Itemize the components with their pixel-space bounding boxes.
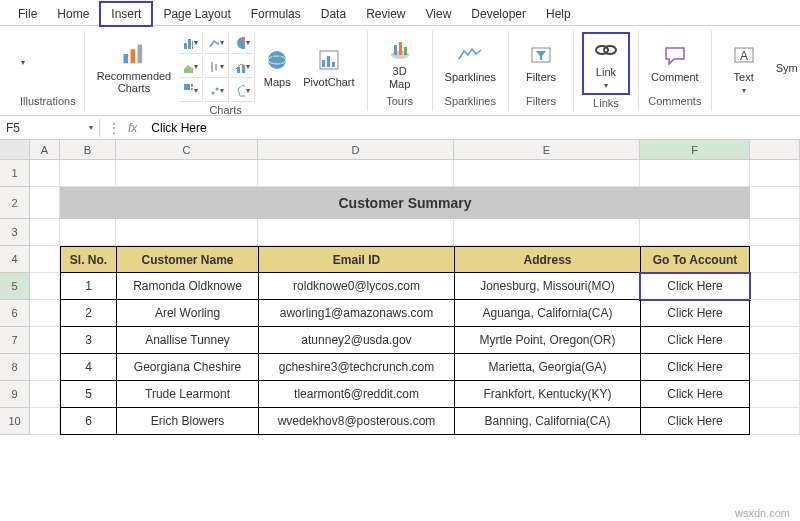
- hdr-email[interactable]: Email ID: [258, 246, 454, 273]
- svg-rect-5: [192, 41, 193, 49]
- row-1[interactable]: 1: [0, 160, 30, 187]
- tab-file[interactable]: File: [8, 3, 47, 25]
- group-filters: Filters Filters: [509, 30, 574, 111]
- comment-icon: [661, 41, 689, 69]
- chart-area-icon[interactable]: ▾: [179, 56, 203, 78]
- chart-combo-icon[interactable]: ▾: [231, 56, 255, 78]
- row-10[interactable]: 10: [0, 408, 30, 435]
- row-6[interactable]: 6: [0, 300, 30, 327]
- pivotchart-button[interactable]: PivotChart: [299, 44, 358, 90]
- table-cell[interactable]: Click Here: [640, 381, 750, 408]
- symbols-button[interactable]: Sym: [772, 60, 800, 76]
- table-cell[interactable]: Jonesburg, Missouri(MO): [454, 273, 640, 300]
- hdr-sl[interactable]: Sl. No.: [60, 246, 116, 273]
- sparklines-button[interactable]: Sparklines: [441, 39, 500, 85]
- table-cell[interactable]: Georgiana Cheshire: [116, 354, 258, 381]
- chart-scatter-icon[interactable]: ▾: [205, 80, 229, 102]
- group-comments: Comment Comments: [639, 30, 712, 111]
- tab-insert[interactable]: Insert: [99, 1, 153, 27]
- svg-rect-3: [184, 43, 187, 49]
- row-9[interactable]: 9: [0, 381, 30, 408]
- svg-rect-14: [191, 84, 193, 87]
- col-D[interactable]: D: [258, 140, 454, 159]
- tab-pagelayout[interactable]: Page Layout: [153, 3, 240, 25]
- row-4[interactable]: 4: [0, 246, 30, 273]
- table-cell[interactable]: Click Here: [640, 408, 750, 435]
- chart-stock-icon[interactable]: ▾: [205, 56, 229, 78]
- table-cell[interactable]: Banning, California(CA): [454, 408, 640, 435]
- col-E[interactable]: E: [454, 140, 640, 159]
- pivotchart-icon: [315, 46, 343, 74]
- table-cell[interactable]: 4: [60, 354, 116, 381]
- col-B[interactable]: B: [60, 140, 116, 159]
- table-cell[interactable]: 5: [60, 381, 116, 408]
- link-icon: [592, 36, 620, 64]
- sym-label: Sym: [776, 62, 798, 74]
- col-A[interactable]: A: [30, 140, 60, 159]
- tab-view[interactable]: View: [416, 3, 462, 25]
- illustrations-dropdown-icon[interactable]: ▾: [21, 58, 25, 67]
- watermark: wsxdn.com: [735, 507, 790, 519]
- col-C[interactable]: C: [116, 140, 258, 159]
- tab-home[interactable]: Home: [47, 3, 99, 25]
- row-5[interactable]: 5: [0, 273, 30, 300]
- row-2[interactable]: 2: [0, 187, 30, 219]
- hdr-goto[interactable]: Go To Account: [640, 246, 750, 273]
- tab-developer[interactable]: Developer: [461, 3, 536, 25]
- tab-data[interactable]: Data: [311, 3, 356, 25]
- table-cell[interactable]: atunney2@usda.gov: [258, 327, 454, 354]
- chart-line-icon[interactable]: ▾: [205, 32, 229, 54]
- title-cell[interactable]: Customer Summary: [60, 187, 750, 219]
- table-cell[interactable]: Myrtle Point, Oregon(OR): [454, 327, 640, 354]
- chart-pie-icon[interactable]: ▾: [231, 32, 255, 54]
- table-cell[interactable]: Anallise Tunney: [116, 327, 258, 354]
- table-cell[interactable]: Click Here: [640, 354, 750, 381]
- row-3[interactable]: 3: [0, 219, 30, 246]
- chart-radar-icon[interactable]: ▾: [231, 80, 255, 102]
- table-cell[interactable]: wvedekhov8@posterous.com: [258, 408, 454, 435]
- link-button[interactable]: Link▾: [582, 32, 630, 95]
- chart-bar-icon[interactable]: ▾: [179, 32, 203, 54]
- table-cell[interactable]: Marietta, Georgia(GA): [454, 354, 640, 381]
- table-cell[interactable]: 3: [60, 327, 116, 354]
- select-all-triangle[interactable]: [0, 140, 30, 159]
- table-cell[interactable]: aworling1@amazonaws.com: [258, 300, 454, 327]
- table-cell[interactable]: Ramonda Oldknowe: [116, 273, 258, 300]
- name-box[interactable]: F5▾: [0, 119, 100, 137]
- table-cell[interactable]: 2: [60, 300, 116, 327]
- svg-rect-0: [123, 54, 128, 63]
- tab-review[interactable]: Review: [356, 3, 415, 25]
- active-cell[interactable]: Click Here: [640, 273, 750, 300]
- table-cell[interactable]: 6: [60, 408, 116, 435]
- chart-hier-icon[interactable]: ▾: [179, 80, 203, 102]
- filters-button[interactable]: Filters: [517, 39, 565, 85]
- table-cell[interactable]: Arel Worling: [116, 300, 258, 327]
- table-cell[interactable]: gcheshire3@techcrunch.com: [258, 354, 454, 381]
- formula-input[interactable]: [145, 119, 800, 137]
- row-7[interactable]: 7: [0, 327, 30, 354]
- tab-formulas[interactable]: Formulas: [241, 3, 311, 25]
- table-cell[interactable]: roldknowe0@lycos.com: [258, 273, 454, 300]
- text-button[interactable]: A Text▾: [720, 39, 768, 98]
- tab-help[interactable]: Help: [536, 3, 581, 25]
- table-cell[interactable]: Trude Learmont: [116, 381, 258, 408]
- table-cell[interactable]: Erich Blowers: [116, 408, 258, 435]
- table-cell[interactable]: 1: [60, 273, 116, 300]
- filter-icon: [527, 41, 555, 69]
- row-8[interactable]: 8: [0, 354, 30, 381]
- 3d-map-button[interactable]: 3D Map: [376, 33, 424, 91]
- svg-rect-2: [137, 45, 142, 64]
- table-cell[interactable]: Aguanga, California(CA): [454, 300, 640, 327]
- table-cell[interactable]: Click Here: [640, 300, 750, 327]
- chevron-down-icon: ▾: [742, 86, 746, 95]
- comment-button[interactable]: Comment: [647, 39, 703, 85]
- table-cell[interactable]: Click Here: [640, 327, 750, 354]
- table-cell[interactable]: Frankfort, Kentucky(KY): [454, 381, 640, 408]
- recommended-charts-button[interactable]: Recommended Charts: [93, 38, 176, 96]
- hdr-name[interactable]: Customer Name: [116, 246, 258, 273]
- col-G[interactable]: [750, 140, 800, 159]
- col-F[interactable]: F: [640, 140, 750, 159]
- table-cell[interactable]: tlearmont6@reddit.com: [258, 381, 454, 408]
- maps-button[interactable]: Maps: [259, 44, 295, 90]
- hdr-address[interactable]: Address: [454, 246, 640, 273]
